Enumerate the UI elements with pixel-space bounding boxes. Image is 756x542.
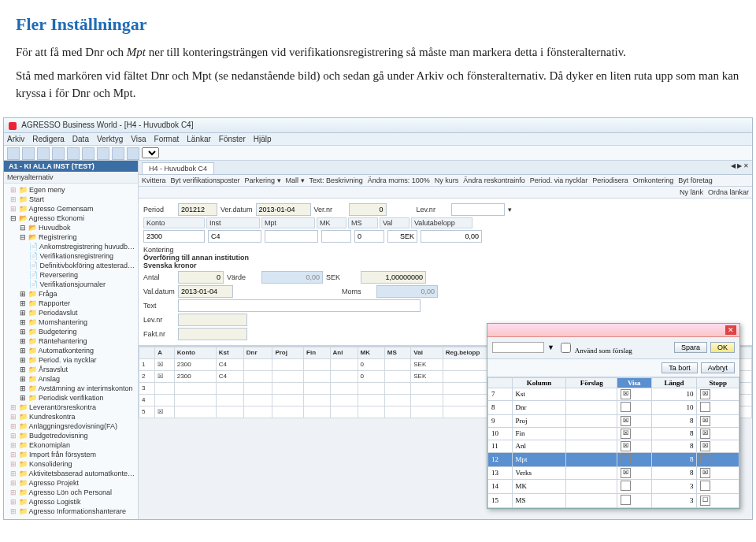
toolbar-icon[interactable] — [112, 147, 124, 160]
grid-cell[interactable] — [330, 382, 358, 394]
grid-cell[interactable] — [384, 406, 410, 418]
toolbar-item[interactable]: Byt företag — [678, 176, 713, 184]
visa-checkbox[interactable]: ☒ — [621, 389, 631, 399]
ok-button[interactable]: OK — [710, 342, 735, 353]
dialog-col-hdr[interactable]: Visa — [617, 377, 651, 388]
tree-item[interactable]: Rapporter — [7, 299, 136, 308]
toolbar-item[interactable]: Ändra moms: 100% — [368, 176, 430, 184]
grid-cell[interactable] — [304, 370, 330, 382]
tree-item[interactable]: Budgetredovisning — [7, 431, 136, 440]
tree-item[interactable]: Periodavslut — [7, 308, 136, 317]
antal-input[interactable] — [178, 271, 224, 284]
grid-cell[interactable]: 5 — [139, 406, 155, 418]
grid-col-hdr[interactable]: Proj — [272, 347, 304, 358]
faktnr-input[interactable] — [178, 328, 247, 340]
grid-cell[interactable]: C4 — [216, 358, 243, 370]
tree-item[interactable]: Momshantering — [7, 317, 136, 327]
grid-cell[interactable]: 2300 — [174, 370, 216, 382]
dialog-table[interactable]: KolumnFörslagVisaLängdStopp7Kst☒10☒8Dnr1… — [487, 377, 739, 508]
visa-checkbox[interactable] — [621, 454, 631, 464]
menu-item[interactable]: Data — [72, 135, 89, 143]
toolbar-item[interactable]: Period. via nycklar — [530, 176, 588, 184]
varde-input[interactable] — [261, 271, 323, 284]
stopp-checkbox[interactable]: ☒ — [700, 416, 710, 426]
grid-cell[interactable] — [243, 382, 272, 394]
dialog-row[interactable]: 9Proj☒8☒ — [488, 414, 739, 427]
grid-cell[interactable]: SEK — [411, 370, 443, 382]
dialog-row[interactable]: 15MS3☐ — [488, 493, 739, 507]
tree-item[interactable]: Agresso Lön och Personal — [7, 488, 136, 497]
tree-item[interactable]: Räntehantering — [7, 336, 136, 346]
grid-cell[interactable] — [155, 382, 175, 394]
toolbar-icon[interactable] — [82, 147, 94, 160]
stopp-checkbox[interactable]: ☒ — [700, 441, 710, 451]
nav-tree[interactable]: Egen menyStartAgresso GemensamAgresso Ek… — [4, 184, 138, 519]
dialog-row[interactable]: 7Kst☒10☒ — [488, 388, 739, 400]
grid-cell[interactable] — [216, 394, 243, 406]
grid-cell[interactable] — [272, 358, 304, 370]
dialog-filter-input[interactable] — [492, 342, 544, 353]
grid-cell[interactable] — [384, 358, 410, 370]
menu-item[interactable]: Hjälp — [254, 135, 272, 143]
period-input[interactable] — [178, 203, 217, 216]
tree-item[interactable]: Kundreskontra — [7, 412, 136, 421]
spara-button[interactable]: Spara — [674, 342, 707, 353]
form-cell[interactable] — [208, 230, 261, 243]
grid-cell[interactable] — [358, 406, 384, 418]
dialog-row[interactable]: 14MK3 — [488, 479, 739, 493]
form-cell[interactable] — [421, 230, 482, 243]
grid-cell[interactable]: 0 — [358, 370, 384, 382]
stopp-checkbox[interactable]: ☒ — [700, 468, 710, 478]
grid-cell[interactable] — [243, 394, 272, 406]
grid-cell[interactable] — [304, 406, 330, 418]
sekrate-input[interactable] — [361, 271, 426, 284]
tree-item[interactable]: Start — [7, 195, 136, 204]
form-data-row[interactable] — [143, 230, 747, 243]
grid-cell[interactable]: 2 — [139, 370, 155, 382]
grid-col-hdr[interactable] — [139, 347, 155, 358]
stopp-checkbox[interactable]: ☒ — [700, 429, 710, 439]
toolbar-item[interactable]: Ny kurs — [435, 176, 459, 184]
visa-checkbox[interactable]: ☒ — [621, 416, 631, 426]
grid-cell[interactable] — [243, 358, 272, 370]
stopp-checkbox[interactable]: ☐ — [700, 496, 710, 506]
tab-h4[interactable]: H4 - Huvudbok C4 — [142, 162, 214, 174]
grid-col-hdr[interactable]: Kst — [216, 347, 243, 358]
dialog-row[interactable]: 12Mpt8 — [488, 452, 739, 466]
grid-cell[interactable]: 4 — [139, 394, 155, 406]
visa-checkbox[interactable]: ☒ — [621, 468, 631, 478]
tabstrip[interactable]: H4 - Huvudbok C4 ◀ ▶ ✕ — [139, 161, 752, 175]
menu-item[interactable]: Format — [154, 135, 180, 143]
grid-cell[interactable]: 0 — [358, 358, 384, 370]
tree-item[interactable]: Egen meny — [7, 185, 136, 195]
moms-input[interactable] — [376, 285, 438, 298]
grid-cell[interactable] — [411, 382, 443, 394]
tree-item[interactable]: Reversering — [7, 270, 136, 280]
grid-cell[interactable] — [330, 394, 358, 406]
toolbar-links[interactable]: Ny länkOrdna länkar — [139, 187, 752, 199]
visa-checkbox[interactable] — [621, 402, 631, 412]
grid-cell[interactable]: C4 — [216, 370, 243, 382]
dialog-col-hdr[interactable]: Förslag — [566, 377, 617, 388]
tree-item[interactable]: Leverantörsreskontra — [7, 403, 136, 412]
dialog-row[interactable]: 13Verks☒8☒ — [488, 466, 739, 479]
tree-item[interactable]: Agresso Ekonomi — [7, 213, 136, 223]
grid-cell[interactable] — [174, 394, 216, 406]
grid-cell[interactable] — [174, 382, 216, 394]
grid-cell[interactable] — [272, 394, 304, 406]
grid-cell[interactable]: 3 — [139, 382, 155, 394]
tree-item[interactable]: Agresso Projekt — [7, 478, 136, 488]
toolbar-icon[interactable] — [7, 147, 20, 160]
tree-item[interactable]: Agresso Informationshanterare — [7, 507, 136, 516]
grid-cell[interactable]: ☒ — [155, 406, 175, 418]
tree-item[interactable]: Anläggningsredovisning(FA) — [7, 421, 136, 431]
dialog-col-hdr[interactable]: Stopp — [697, 377, 739, 388]
grid-cell[interactable] — [272, 382, 304, 394]
stopp-checkbox[interactable] — [700, 481, 710, 491]
dialog-row[interactable]: 11Anl☒8☒ — [488, 440, 739, 452]
menu-item[interactable]: Länkar — [187, 135, 211, 143]
grid-cell[interactable] — [358, 382, 384, 394]
tabstrip-right-icons[interactable]: ◀ ▶ ✕ — [731, 162, 749, 169]
grid-col-hdr[interactable]: A — [155, 347, 175, 358]
toolbar-secondary[interactable]: KvitteraByt verifikationsposterParkering… — [139, 175, 752, 187]
